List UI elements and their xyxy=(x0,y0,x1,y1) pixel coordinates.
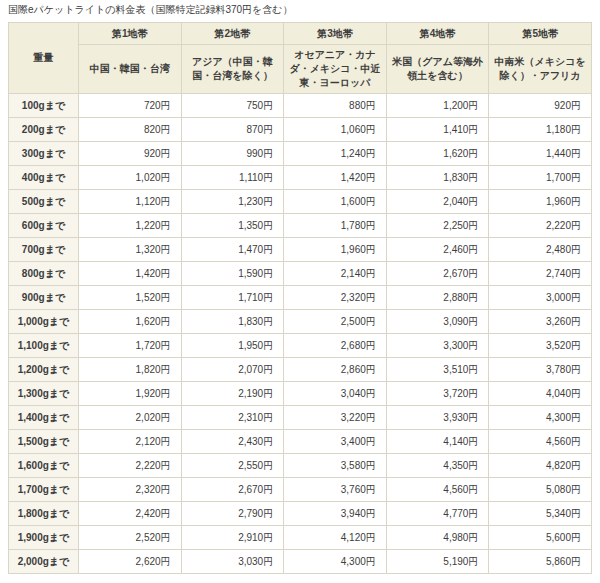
weight-cell: 900gまで xyxy=(9,286,79,310)
price-cell: 1,710円 xyxy=(181,286,284,310)
price-cell: 2,070円 xyxy=(181,358,284,382)
price-cell: 4,820円 xyxy=(489,454,592,478)
weight-cell: 400gまで xyxy=(9,166,79,190)
zone-3-header: 第3地帯 xyxy=(284,23,387,45)
price-cell: 4,560円 xyxy=(489,430,592,454)
price-cell: 1,240円 xyxy=(284,142,387,166)
price-cell: 2,670円 xyxy=(386,262,489,286)
zone-5-region: 中南米（メキシコを除く）・アフリカ xyxy=(489,45,592,94)
price-cell: 870円 xyxy=(181,118,284,142)
weight-cell: 200gまで xyxy=(9,118,79,142)
price-cell: 920円 xyxy=(79,142,182,166)
table-row: 1,700gまで2,320円2,670円3,760円4,560円5,080円 xyxy=(9,478,592,502)
weight-cell: 1,400gまで xyxy=(9,406,79,430)
table-row: 1,200gまで1,820円2,070円2,860円3,510円3,780円 xyxy=(9,358,592,382)
price-cell: 1,520円 xyxy=(79,286,182,310)
price-cell: 5,340円 xyxy=(489,502,592,526)
price-cell: 2,220円 xyxy=(489,214,592,238)
table-row: 700gまで1,320円1,470円1,960円2,460円2,480円 xyxy=(9,238,592,262)
price-cell: 1,230円 xyxy=(181,190,284,214)
price-cell: 1,920円 xyxy=(79,382,182,406)
weight-cell: 1,900gまで xyxy=(9,526,79,550)
table-row: 2,000gまで2,620円3,030円4,300円5,190円5,860円 xyxy=(9,550,592,574)
page-title: 国際eパケットライトの料金表（国際特定記録料370円を含む） xyxy=(8,3,293,17)
price-cell: 2,460円 xyxy=(386,238,489,262)
price-cell: 1,470円 xyxy=(181,238,284,262)
weight-cell: 1,200gまで xyxy=(9,358,79,382)
price-cell: 4,560円 xyxy=(386,478,489,502)
table-row: 1,600gまで2,220円2,550円3,580円4,350円4,820円 xyxy=(9,454,592,478)
price-cell: 2,680円 xyxy=(284,334,387,358)
table-row: 1,800gまで2,420円2,790円3,940円4,770円5,340円 xyxy=(9,502,592,526)
price-cell: 2,520円 xyxy=(79,526,182,550)
price-cell: 720円 xyxy=(79,94,182,118)
zone-2-header: 第2地帯 xyxy=(181,23,284,45)
table-row: 1,100gまで1,720円1,950円2,680円3,300円3,520円 xyxy=(9,334,592,358)
price-cell: 5,080円 xyxy=(489,478,592,502)
price-cell: 1,830円 xyxy=(181,310,284,334)
table-row: 900gまで1,520円1,710円2,320円2,880円3,000円 xyxy=(9,286,592,310)
price-cell: 2,740円 xyxy=(489,262,592,286)
price-cell: 3,220円 xyxy=(284,406,387,430)
zone-2-region: アジア（中国・韓国・台湾を除く） xyxy=(181,45,284,94)
price-cell: 1,180円 xyxy=(489,118,592,142)
price-cell: 2,860円 xyxy=(284,358,387,382)
price-cell: 750円 xyxy=(181,94,284,118)
zone-1-header: 第1地帯 xyxy=(79,23,182,45)
table-row: 1,500gまで2,120円2,430円3,400円4,140円4,560円 xyxy=(9,430,592,454)
weight-cell: 700gまで xyxy=(9,238,79,262)
price-cell: 3,780円 xyxy=(489,358,592,382)
price-cell: 2,020円 xyxy=(79,406,182,430)
zone-5-header: 第5地帯 xyxy=(489,23,592,45)
price-cell: 1,620円 xyxy=(386,142,489,166)
price-cell: 5,860円 xyxy=(489,550,592,574)
price-cell: 1,020円 xyxy=(79,166,182,190)
price-cell: 5,600円 xyxy=(489,526,592,550)
price-cell: 2,190円 xyxy=(181,382,284,406)
price-cell: 3,930円 xyxy=(386,406,489,430)
price-cell: 2,480円 xyxy=(489,238,592,262)
zone-3-region: オセアニア・カナダ・メキシコ・中近東・ヨーロッパ xyxy=(284,45,387,94)
table-row: 200gまで820円870円1,060円1,410円1,180円 xyxy=(9,118,592,142)
price-cell: 2,310円 xyxy=(181,406,284,430)
table-row: 100gまで720円750円880円1,200円920円 xyxy=(9,94,592,118)
price-cell: 1,700円 xyxy=(489,166,592,190)
price-cell: 3,090円 xyxy=(386,310,489,334)
table-row: 1,000gまで1,620円1,830円2,500円3,090円3,260円 xyxy=(9,310,592,334)
price-cell: 3,580円 xyxy=(284,454,387,478)
price-cell: 3,040円 xyxy=(284,382,387,406)
price-cell: 2,220円 xyxy=(79,454,182,478)
price-cell: 1,720円 xyxy=(79,334,182,358)
table-row: 1,400gまで2,020円2,310円3,220円3,930円4,300円 xyxy=(9,406,592,430)
price-cell: 2,620円 xyxy=(79,550,182,574)
price-cell: 1,220円 xyxy=(79,214,182,238)
price-cell: 2,910円 xyxy=(181,526,284,550)
price-cell: 4,120円 xyxy=(284,526,387,550)
weight-cell: 1,700gまで xyxy=(9,478,79,502)
price-cell: 2,420円 xyxy=(79,502,182,526)
weight-cell: 1,800gまで xyxy=(9,502,79,526)
price-cell: 4,770円 xyxy=(386,502,489,526)
price-cell: 2,500円 xyxy=(284,310,387,334)
table-row: 500gまで1,120円1,230円1,600円2,040円1,960円 xyxy=(9,190,592,214)
table-row: 400gまで1,020円1,110円1,420円1,830円1,700円 xyxy=(9,166,592,190)
price-cell: 2,250円 xyxy=(386,214,489,238)
price-cell: 3,030円 xyxy=(181,550,284,574)
price-cell: 4,300円 xyxy=(284,550,387,574)
price-cell: 2,140円 xyxy=(284,262,387,286)
weight-cell: 1,600gまで xyxy=(9,454,79,478)
price-cell: 4,300円 xyxy=(489,406,592,430)
price-cell: 990円 xyxy=(181,142,284,166)
price-cell: 1,960円 xyxy=(284,238,387,262)
price-cell: 2,790円 xyxy=(181,502,284,526)
weight-cell: 2,000gまで xyxy=(9,550,79,574)
price-cell: 1,410円 xyxy=(386,118,489,142)
weight-cell: 1,100gまで xyxy=(9,334,79,358)
zone-4-region: 米国（グアム等海外領土を含む） xyxy=(386,45,489,94)
rate-page: 国際eパケットライトの料金表（国際特定記録料370円を含む） 重量 第1地帯 第… xyxy=(0,0,600,583)
price-cell: 920円 xyxy=(489,94,592,118)
price-cell: 4,980円 xyxy=(386,526,489,550)
price-cell: 1,320円 xyxy=(79,238,182,262)
weight-cell: 1,300gまで xyxy=(9,382,79,406)
price-cell: 1,200円 xyxy=(386,94,489,118)
